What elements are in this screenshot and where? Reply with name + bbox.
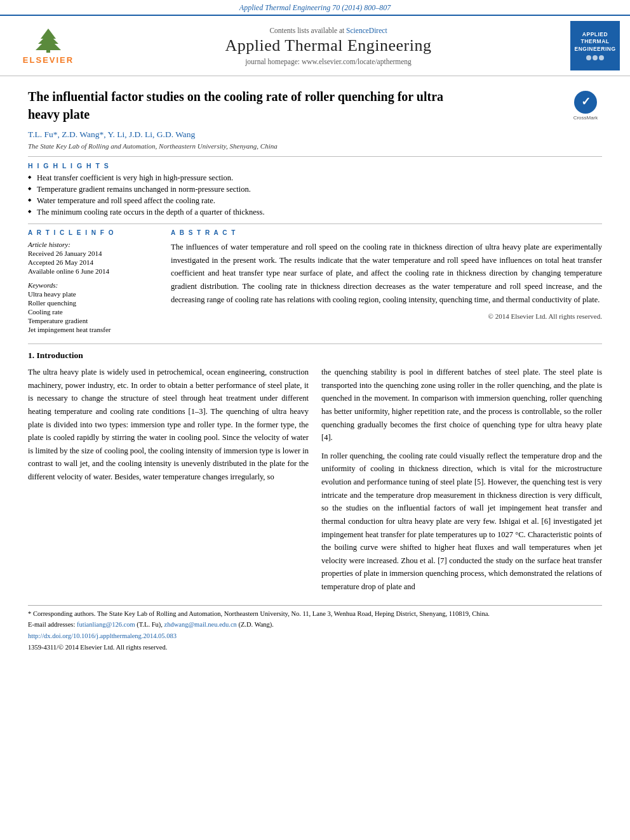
crossmark-logo[interactable]: ✓ CrossMark (569, 90, 602, 121)
article-meta-row: A R T I C L E I N F O Article history: R… (28, 229, 602, 335)
sciencedirect-link[interactable]: ScienceDirect (346, 27, 387, 34)
abstract-col: A B S T R A C T The influences of water … (171, 229, 602, 335)
email-line: E-mail addresses: futianliang@126.com (T… (28, 620, 602, 630)
divider-2 (28, 223, 602, 224)
citation-text: Applied Thermal Engineering 70 (2014) 80… (239, 3, 391, 12)
highlights-section: H I G H L I G H T S ◆Heat transfer coeff… (28, 162, 602, 217)
homepage-line: journal homepage: www.elsevier.com/locat… (93, 58, 564, 65)
highlight-item-2: ◆Temperature gradient remains unchanged … (28, 185, 602, 194)
issn-line: 1359-4311/© 2014 Elsevier Ltd. All right… (28, 643, 602, 653)
keywords-block: Keywords: Ultra heavy plate Roller quenc… (28, 281, 158, 333)
keyword-2: Roller quenching (28, 299, 158, 307)
journal-logo-box: APPLIED THERMAL ENGINEERING (570, 21, 620, 70)
journal-header: ELSEVIER Contents lists available at Sci… (0, 15, 630, 76)
corresponding-note: * Corresponding authors. The State Key L… (28, 610, 602, 619)
article-title: The influential factor studies on the co… (28, 88, 460, 123)
divider-3 (28, 343, 602, 344)
abstract-text: The influences of water temperature and … (171, 241, 602, 306)
journal-title: Applied Thermal Engineering (93, 36, 564, 55)
intro-para-2: the quenching stability is pool in diffe… (321, 366, 602, 444)
doi-line[interactable]: http://dx.doi.org/10.1016/j.applthermale… (28, 632, 602, 641)
authors-line: T.L. Fu*, Z.D. Wang*, Y. Li, J.D. Li, G.… (28, 130, 602, 140)
highlights-label: H I G H L I G H T S (28, 162, 602, 170)
affiliation-line: The State Key Lab of Rolling and Automat… (28, 142, 602, 150)
introduction-heading: 1. Introduction (28, 350, 602, 361)
abstract-label: A B S T R A C T (171, 229, 602, 236)
history-label: Article history: (28, 241, 158, 248)
keyword-5: Jet impingement heat transfer (28, 326, 158, 333)
title-row: The influential factor studies on the co… (28, 88, 602, 123)
main-content: The influential factor studies on the co… (0, 76, 630, 662)
divider-1 (28, 156, 602, 157)
email-label: E-mail addresses: (28, 621, 75, 628)
keyword-1: Ultra heavy plate (28, 290, 158, 298)
authors-text: T.L. Fu*, Z.D. Wang*, Y. Li, J.D. Li, G.… (28, 130, 195, 139)
copyright-line: © 2014 Elsevier Ltd. All rights reserved… (171, 312, 602, 320)
accepted-date: Accepted 26 May 2014 (28, 258, 158, 266)
footnote-section: * Corresponding authors. The State Key L… (28, 605, 602, 653)
email2[interactable]: zhdwang@mail.neu.edu.cn (164, 621, 236, 628)
contents-line: Contents lists available at ScienceDirec… (93, 27, 564, 34)
highlight-item-3: ◆Water temperature and roll speed affect… (28, 196, 602, 206)
intro-para-3: In roller quenching, the cooling rate co… (321, 450, 602, 594)
keywords-label: Keywords: (28, 281, 158, 289)
intro-col-left: The ultra heavy plate is widely used in … (28, 366, 309, 594)
highlight-item-1: ◆Heat transfer coefficient is very high … (28, 173, 602, 183)
introduction-columns: The ultra heavy plate is widely used in … (28, 366, 602, 594)
highlight-item-4: ◆The minimum cooling rate occurs in the … (28, 208, 602, 217)
email1-name: (T.L. Fu), (137, 621, 163, 628)
intro-col-right: the quenching stability is pool in diffe… (321, 366, 602, 594)
elsevier-logo: ELSEVIER (10, 27, 86, 65)
logo-thermal: THERMAL (580, 38, 609, 45)
top-citation-bar: Applied Thermal Engineering 70 (2014) 80… (0, 0, 630, 15)
svg-text:✓: ✓ (581, 95, 591, 108)
intro-para-1: The ultra heavy plate is widely used in … (28, 366, 309, 484)
article-info-col: A R T I C L E I N F O Article history: R… (28, 229, 158, 335)
logo-decoration (586, 55, 604, 60)
crossmark-icon: ✓ (573, 90, 598, 114)
journal-center-info: Contents lists available at ScienceDirec… (93, 27, 564, 65)
elsevier-wordmark: ELSEVIER (23, 55, 74, 65)
highlights-list: ◆Heat transfer coefficient is very high … (28, 173, 602, 217)
email1[interactable]: futianliang@126.com (77, 621, 135, 628)
logo-applied: APPLIED (582, 31, 608, 38)
introduction-section: 1. Introduction The ultra heavy plate is… (28, 350, 602, 594)
article-info-label: A R T I C L E I N F O (28, 229, 158, 236)
elsevier-tree-icon (29, 27, 67, 54)
logo-engineering: ENGINEERING (574, 46, 615, 53)
email2-name: (Z.D. Wang). (238, 621, 274, 628)
keyword-4: Temperature gradient (28, 317, 158, 324)
keyword-3: Cooling rate (28, 308, 158, 316)
available-date: Available online 6 June 2014 (28, 267, 158, 275)
received-date: Received 26 January 2014 (28, 250, 158, 257)
article-history-block: Article history: Received 26 January 201… (28, 241, 158, 275)
crossmark-label: CrossMark (573, 115, 598, 121)
